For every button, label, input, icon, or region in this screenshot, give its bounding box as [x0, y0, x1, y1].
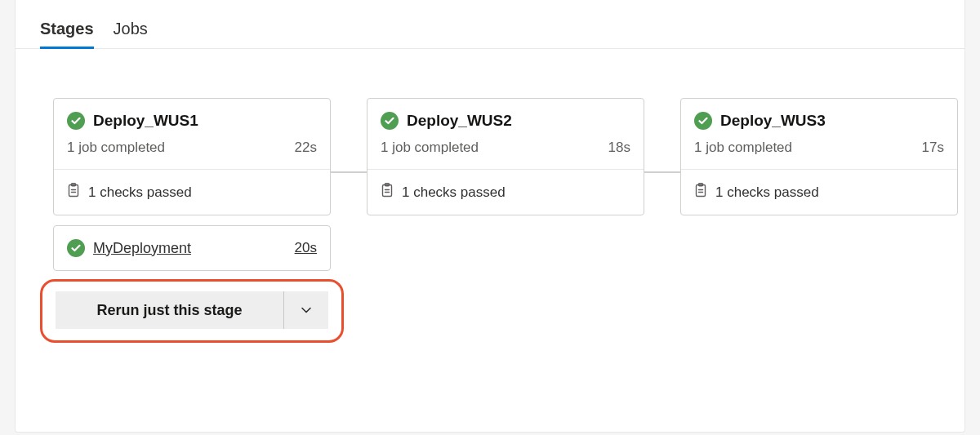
- checks-text: 1 checks passed: [715, 184, 819, 201]
- stage-duration: 18s: [608, 140, 630, 156]
- tab-jobs[interactable]: Jobs: [114, 20, 148, 48]
- checks-icon: [694, 183, 707, 202]
- tabs-bar: Stages Jobs: [16, 0, 964, 49]
- success-icon: [67, 112, 85, 130]
- stage-column-wus3: Deploy_WUS3 1 job completed 17s 1 checks…: [680, 98, 958, 215]
- stage-title: Deploy_WUS2: [407, 112, 512, 130]
- stage-duration: 22s: [295, 140, 317, 156]
- success-icon: [694, 112, 712, 130]
- stage-column-wus2: Deploy_WUS2 1 job completed 18s 1 checks…: [367, 98, 644, 215]
- stage-status-text: 1 job completed: [67, 140, 165, 156]
- pipeline-panel: Stages Jobs Deploy_WUS1 1 job completed …: [15, 0, 965, 433]
- stage-status-text: 1 job completed: [694, 140, 792, 156]
- checks-text: 1 checks passed: [88, 184, 192, 201]
- svg-rect-0: [69, 185, 78, 197]
- checks-icon: [67, 183, 80, 202]
- stage-connector: [644, 171, 680, 173]
- svg-rect-4: [697, 185, 706, 197]
- rerun-stage-button[interactable]: Rerun just this stage: [56, 291, 283, 329]
- job-card-mydeployment[interactable]: MyDeployment 20s: [53, 225, 331, 271]
- success-icon: [381, 112, 399, 130]
- job-duration-link[interactable]: 20s: [295, 240, 317, 256]
- stage-status-text: 1 job completed: [381, 140, 479, 156]
- stages-graph: Deploy_WUS1 1 job completed 22s 1 checks…: [16, 49, 964, 375]
- stage-title: Deploy_WUS3: [720, 112, 826, 130]
- rerun-dropdown-button[interactable]: [284, 291, 328, 329]
- tab-stages[interactable]: Stages: [40, 20, 94, 48]
- stage-card-wus1[interactable]: Deploy_WUS1 1 job completed 22s 1 checks…: [53, 98, 331, 215]
- stage-column-wus1: Deploy_WUS1 1 job completed 22s 1 checks…: [53, 98, 331, 343]
- job-name-link[interactable]: MyDeployment: [93, 240, 287, 257]
- stage-card-wus3[interactable]: Deploy_WUS3 1 job completed 17s 1 checks…: [680, 98, 958, 215]
- rerun-split-button: Rerun just this stage: [56, 291, 328, 329]
- callout-highlight: Rerun just this stage: [40, 279, 344, 343]
- svg-rect-2: [383, 185, 392, 197]
- stage-duration: 17s: [922, 140, 944, 156]
- checks-icon: [381, 183, 394, 202]
- stage-title: Deploy_WUS1: [93, 112, 198, 130]
- stage-connector: [331, 171, 367, 173]
- chevron-down-icon: [299, 303, 314, 317]
- success-icon: [67, 239, 85, 257]
- checks-text: 1 checks passed: [402, 184, 506, 201]
- stage-card-wus2[interactable]: Deploy_WUS2 1 job completed 18s 1 checks…: [367, 98, 644, 215]
